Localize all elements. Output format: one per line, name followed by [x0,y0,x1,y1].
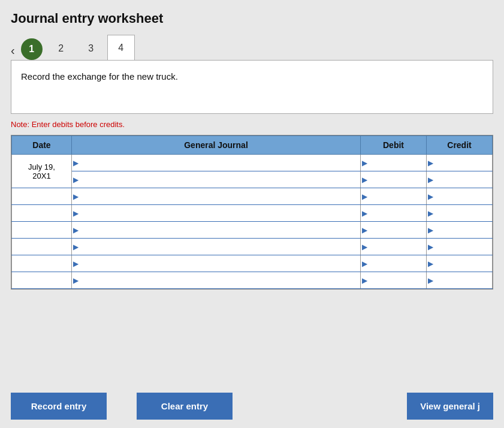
credit-cell[interactable]: ▶ [427,155,493,171]
credit-cell[interactable]: ▶ [427,205,493,222]
journal-table-container: Date General Journal Debit Credit July 1… [11,135,493,290]
arrow-icon: ▶ [73,243,79,251]
date-cell-first: July 19, 20X1 [12,155,72,188]
arrow-icon: ▶ [362,176,367,184]
general-journal-cell[interactable]: ▶ [72,188,361,205]
arrow-icon: ▶ [73,226,79,234]
date-empty [12,255,72,272]
debit-input[interactable] [363,272,424,288]
page-wrapper: Journal entry worksheet ‹ 1 2 3 4 Record… [0,0,504,428]
date-empty [12,239,72,255]
general-journal-cell[interactable]: ▶ [72,272,361,289]
credit-input[interactable] [429,255,490,272]
debit-cell[interactable]: ▶ [361,205,427,222]
general-journal-input[interactable] [74,255,358,272]
debit-cell[interactable]: ▶ [361,188,427,205]
arrow-icon: ▶ [362,209,367,218]
debit-input[interactable] [363,239,424,255]
tab-2[interactable]: 2 [47,37,75,60]
general-journal-cell[interactable]: ▶ [72,155,361,171]
general-journal-input[interactable] [74,205,358,221]
general-journal-cell[interactable]: ▶ [72,239,361,255]
instruction-text: Record the exchange for the new truck. [21,71,178,82]
general-journal-cell[interactable]: ▶ [72,222,361,239]
arrow-icon: ▶ [362,243,367,251]
credit-input[interactable] [429,188,490,204]
date-empty [12,205,72,222]
debit-input[interactable] [363,222,424,238]
view-general-journal-button[interactable]: View general j [407,393,493,420]
credit-cell[interactable]: ▶ [427,222,493,239]
debit-cell-2[interactable]: ▶ [361,171,427,188]
general-journal-input[interactable] [74,188,358,204]
date-empty [12,188,72,205]
arrow-icon: ▶ [73,209,79,218]
debit-input-2[interactable] [363,171,424,188]
general-journal-cell-2[interactable]: ▶ [72,171,361,188]
general-journal-input-2[interactable] [74,171,358,188]
arrow-icon: ▶ [428,176,433,184]
debit-cell[interactable]: ▶ [361,239,427,255]
general-journal-cell[interactable]: ▶ [72,255,361,272]
chevron-left-icon[interactable]: ‹ [11,44,15,60]
tab-1[interactable]: 1 [21,38,43,60]
date-empty [12,222,72,239]
date-empty [12,272,72,289]
arrow-icon: ▶ [362,226,367,234]
arrow-icon: ▶ [73,192,79,201]
note-text: Note: Enter debits before credits. [11,120,493,129]
credit-cell[interactable]: ▶ [427,255,493,272]
table-row: ▶ ▶ ▶ [12,222,493,239]
arrow-icon: ▶ [362,276,367,285]
credit-cell-2[interactable]: ▶ [427,171,493,188]
credit-input[interactable] [429,239,490,255]
arrow-icon: ▶ [73,159,79,167]
general-journal-cell[interactable]: ▶ [72,205,361,222]
general-journal-input[interactable] [74,155,358,171]
debit-input[interactable] [363,205,424,221]
arrow-icon: ▶ [428,243,433,251]
tabs-row: ‹ 1 2 3 4 [11,35,493,60]
footer-bar: Record entry Clear entry View general j [0,384,504,428]
credit-cell[interactable]: ▶ [427,239,493,255]
table-row: ▶ ▶ ▶ [12,205,493,222]
arrow-icon: ▶ [362,192,367,201]
table-row: ▶ ▶ ▶ [12,188,493,205]
arrow-icon: ▶ [428,159,433,167]
page-title: Journal entry worksheet [11,11,493,26]
credit-cell[interactable]: ▶ [427,188,493,205]
col-header-general-journal: General Journal [72,136,361,155]
general-journal-input[interactable] [74,272,358,288]
general-journal-input[interactable] [74,239,358,255]
debit-input[interactable] [363,188,424,204]
debit-cell[interactable]: ▶ [361,155,427,171]
clear-entry-button[interactable]: Clear entry [137,393,233,420]
table-row: ▶ ▶ ▶ [12,239,493,255]
debit-input[interactable] [363,155,424,171]
credit-cell[interactable]: ▶ [427,272,493,289]
credit-input-2[interactable] [429,171,490,188]
col-header-credit: Credit [427,136,493,155]
debit-cell[interactable]: ▶ [361,222,427,239]
arrow-icon: ▶ [428,260,433,268]
arrow-icon: ▶ [73,176,79,184]
credit-input[interactable] [429,272,490,288]
credit-input[interactable] [429,155,490,171]
table-row: July 19, 20X1 ▶ ▶ ▶ [12,155,493,171]
table-row: ▶ ▶ ▶ [12,171,493,188]
table-header-row: Date General Journal Debit Credit [12,136,493,155]
tab-4[interactable]: 4 [107,35,135,60]
record-entry-button[interactable]: Record entry [11,393,107,420]
credit-input[interactable] [429,222,490,238]
debit-input[interactable] [363,255,424,272]
debit-cell[interactable]: ▶ [361,255,427,272]
debit-cell[interactable]: ▶ [361,272,427,289]
tab-3[interactable]: 3 [77,37,105,60]
credit-input[interactable] [429,205,490,221]
journal-table: Date General Journal Debit Credit July 1… [11,135,493,289]
table-row: ▶ ▶ ▶ [12,255,493,272]
arrow-icon: ▶ [362,159,367,167]
table-row: ▶ ▶ ▶ [12,272,493,289]
general-journal-input[interactable] [74,222,358,238]
col-header-debit: Debit [361,136,427,155]
